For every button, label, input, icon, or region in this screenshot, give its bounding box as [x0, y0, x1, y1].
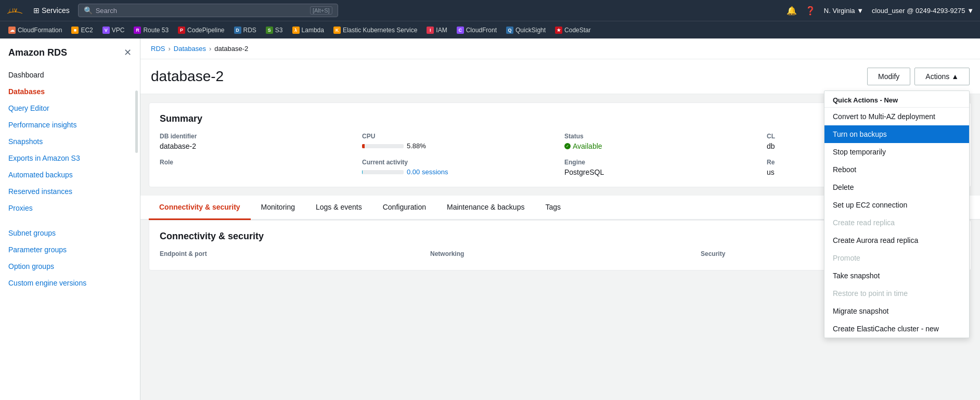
sidebar-item-proxies[interactable]: Proxies [0, 200, 140, 216]
bookmark-s3[interactable]: S S3 [262, 24, 287, 36]
cpu-field: CPU 5.88% [362, 133, 556, 150]
activity-bar-fill [362, 170, 363, 174]
eks-icon: K [333, 27, 341, 34]
networking-field: Networking [430, 250, 690, 260]
tab-configuration[interactable]: Configuration [372, 196, 436, 220]
breadcrumb-sep-2: › [209, 45, 211, 53]
modify-button[interactable]: Modify [867, 68, 910, 85]
status-dot [564, 143, 571, 149]
tab-monitoring[interactable]: Monitoring [251, 196, 305, 220]
sidebar-item-snapshots[interactable]: Snapshots [0, 133, 140, 150]
codepipeline-icon: P [178, 27, 185, 34]
bookmark-lambda[interactable]: λ Lambda [288, 24, 328, 36]
sidebar-item-query-editor[interactable]: Query Editor [0, 100, 140, 117]
sidebar-item-automated-backups[interactable]: Automated backups [0, 166, 140, 183]
search-shortcut: [Alt+S] [310, 6, 332, 15]
bookmark-route53[interactable]: R Route 53 [130, 24, 173, 36]
cloudformation-icon: ☁ [8, 27, 16, 34]
bookmark-codestar[interactable]: ★ CodeStar [551, 24, 595, 36]
actions-dropdown: Quick Actions - New Convert to Multi-AZ … [824, 91, 970, 338]
current-activity-value[interactable]: 0.00 sessions [407, 168, 448, 176]
endpoint-port-label: Endpoint & port [160, 250, 420, 257]
sidebar-header: Amazon RDS ✕ [0, 38, 140, 62]
sidebar-close-button[interactable]: ✕ [124, 47, 132, 58]
sidebar-item-custom-engine[interactable]: Custom engine versions [0, 275, 140, 291]
dropdown-item-reboot[interactable]: Reboot [824, 161, 969, 178]
db-identifier-value: database-2 [160, 142, 354, 150]
sidebar-item-parameter-groups[interactable]: Parameter groups [0, 241, 140, 258]
page-actions: Modify Actions ▲ Quick Actions - New Con… [867, 68, 970, 85]
dropdown-item-delete[interactable]: Delete [824, 178, 969, 196]
breadcrumb: RDS › Databases › database-2 [140, 38, 980, 59]
tab-tags[interactable]: Tags [535, 196, 571, 220]
dropdown-item-restore: Restore to point in time [824, 285, 969, 302]
bookmark-vpc[interactable]: V VPC [98, 24, 129, 36]
bookmark-cloudfront[interactable]: C CloudFront [453, 24, 501, 36]
sidebar-item-exports-s3[interactable]: Exports in Amazon S3 [0, 150, 140, 166]
services-menu-button[interactable]: ⊞ Services [29, 4, 74, 17]
bookmark-eks[interactable]: K Elastic Kubernetes Service [329, 24, 421, 36]
sidebar: Amazon RDS ✕ Dashboard Databases Query E… [0, 38, 140, 400]
search-icon: 🔍 [84, 6, 93, 15]
grid-icon: ⊞ [33, 6, 40, 15]
dropdown-item-elasticache[interactable]: Create ElastiCache cluster - new [824, 320, 969, 338]
status-value: Available [564, 142, 758, 150]
tab-logs-events[interactable]: Logs & events [305, 196, 372, 220]
main-layout: Amazon RDS ✕ Dashboard Databases Query E… [0, 38, 980, 400]
sidebar-title: Amazon RDS [8, 47, 67, 58]
bookmark-codepipeline[interactable]: P CodePipeline [174, 24, 228, 36]
search-input[interactable] [96, 7, 307, 15]
dropdown-item-stop[interactable]: Stop temporarily [824, 143, 969, 161]
notifications-icon[interactable]: 🔔 [786, 6, 797, 16]
dropdown-item-aurora-replica[interactable]: Create Aurora read replica [824, 231, 969, 249]
sidebar-item-dashboard[interactable]: Dashboard [0, 67, 140, 83]
db-identifier-field: DB identifier database-2 [160, 133, 354, 150]
sidebar-scrollbar[interactable] [135, 91, 138, 153]
bookmark-rds[interactable]: D RDS [230, 24, 261, 36]
account-menu[interactable]: cloud_user @ 0249-4293-9275 ▼ [872, 7, 974, 15]
page-header: database-2 Modify Actions ▲ Quick Action… [140, 59, 980, 94]
page-header-top: database-2 Modify Actions ▲ Quick Action… [151, 68, 970, 85]
quicksight-icon: Q [506, 27, 513, 34]
endpoint-port-field: Endpoint & port [160, 250, 420, 260]
sidebar-item-subnet-groups[interactable]: Subnet groups [0, 225, 140, 241]
current-activity-label: Current activity [362, 159, 556, 166]
breadcrumb-sep-1: › [168, 45, 170, 53]
tab-maintenance-backups[interactable]: Maintenance & backups [436, 196, 535, 220]
engine-field: Engine PostgreSQL [564, 159, 758, 176]
dropdown-item-ec2-connection[interactable]: Set up EC2 connection [824, 196, 969, 214]
bookmark-quicksight[interactable]: Q QuickSight [502, 24, 550, 36]
engine-label: Engine [564, 159, 758, 166]
dropdown-item-turn-on-backups[interactable]: Turn on backups [824, 125, 969, 143]
top-navigation: ⊞ Services 🔍 [Alt+S] 🔔 ❓ N. Virginia ▼ c… [0, 0, 980, 21]
ec2-icon: ■ [71, 27, 79, 34]
search-bar: 🔍 [Alt+S] [78, 4, 338, 17]
breadcrumb-current: database-2 [214, 45, 248, 53]
db-identifier-label: DB identifier [160, 133, 354, 140]
dropdown-item-convert-multiaz[interactable]: Convert to Multi-AZ deployment [824, 108, 969, 125]
status-text: Available [573, 142, 602, 150]
breadcrumb-databases[interactable]: Databases [174, 45, 206, 53]
role-label: Role [160, 159, 354, 166]
vpc-icon: V [102, 27, 110, 34]
tab-connectivity-security[interactable]: Connectivity & security [149, 196, 251, 220]
aws-logo[interactable] [6, 2, 23, 19]
dropdown-item-migrate-snapshot[interactable]: Migrate snapshot [824, 302, 969, 320]
sidebar-item-databases[interactable]: Databases [0, 83, 140, 100]
cpu-value: 5.88% [407, 142, 426, 150]
sidebar-item-reserved-instances[interactable]: Reserved instances [0, 183, 140, 200]
lambda-icon: λ [292, 27, 300, 34]
breadcrumb-rds[interactable]: RDS [151, 45, 165, 53]
sidebar-item-performance-insights[interactable]: Performance insights [0, 117, 140, 133]
bookmark-iam[interactable]: I IAM [422, 24, 451, 36]
dropdown-section-label: Quick Actions - New [824, 91, 969, 108]
bookmarks-bar: ☁ CloudFormation ■ EC2 V VPC R Route 53 … [0, 21, 980, 38]
actions-button[interactable]: Actions ▲ [914, 68, 970, 85]
help-icon[interactable]: ❓ [805, 6, 816, 16]
content-area: RDS › Databases › database-2 database-2 … [140, 38, 980, 400]
dropdown-item-take-snapshot[interactable]: Take snapshot [824, 267, 969, 285]
bookmark-cloudformation[interactable]: ☁ CloudFormation [4, 24, 66, 36]
bookmark-ec2[interactable]: ■ EC2 [67, 24, 97, 36]
region-selector[interactable]: N. Virginia ▼ [824, 7, 863, 15]
sidebar-item-option-groups[interactable]: Option groups [0, 258, 140, 275]
